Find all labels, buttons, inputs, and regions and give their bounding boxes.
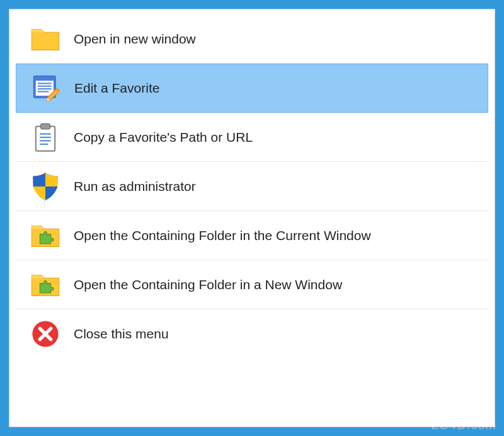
menu-item-close-menu[interactable]: Close this menu — [16, 309, 488, 359]
menu-item-label: Close this menu — [74, 326, 169, 341]
menu-item-label: Run as administrator — [74, 179, 196, 194]
menu-item-label: Edit a Favorite — [74, 81, 159, 96]
clipboard-icon — [17, 121, 74, 154]
menu-item-label: Open the Containing Folder in a New Wind… — [74, 277, 342, 292]
shield-icon — [17, 170, 74, 203]
folder-icon — [17, 23, 74, 55]
menu-item-open-containing-current[interactable]: Open the Containing Folder in the Curren… — [16, 211, 488, 260]
menu-item-open-containing-new[interactable]: Open the Containing Folder in a New Wind… — [16, 260, 488, 309]
svg-rect-7 — [40, 123, 50, 129]
context-menu: Open in new window Edit a Favorite — [9, 9, 495, 427]
folder-puzzle-icon — [17, 219, 74, 252]
menu-item-label: Open the Containing Folder in the Curren… — [74, 228, 371, 243]
edit-icon — [18, 72, 74, 105]
menu-item-label: Open in new window — [74, 32, 196, 47]
menu-item-edit-favorite[interactable]: Edit a Favorite — [16, 64, 488, 113]
menu-item-open-new-window[interactable]: Open in new window — [16, 14, 488, 64]
folder-puzzle-icon — [17, 268, 74, 301]
menu-item-run-admin[interactable]: Run as administrator — [16, 162, 488, 211]
menu-item-copy-path[interactable]: Copy a Favorite's Path or URL — [16, 113, 488, 162]
svg-rect-8 — [38, 130, 52, 148]
close-icon — [17, 318, 74, 350]
menu-item-label: Copy a Favorite's Path or URL — [74, 130, 253, 145]
